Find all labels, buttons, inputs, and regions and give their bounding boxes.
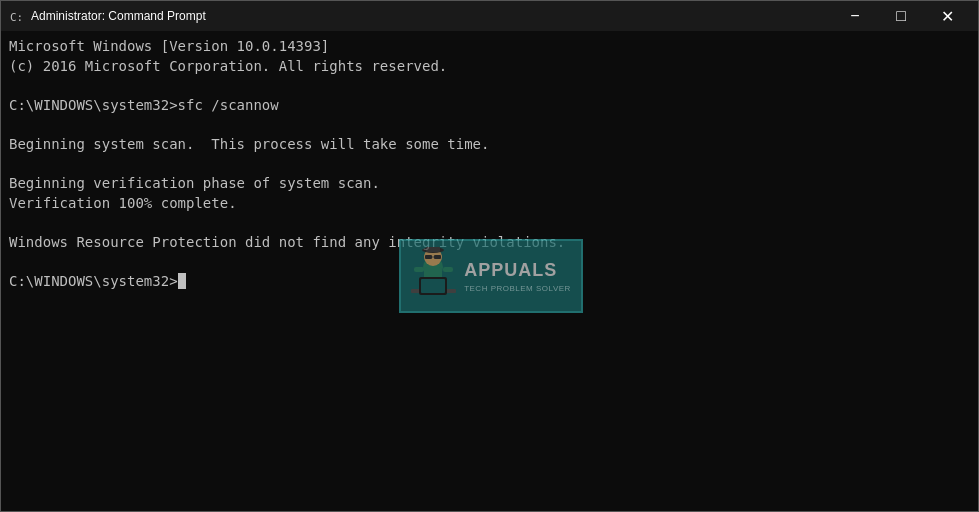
cmd-icon: C: <box>9 8 25 24</box>
console-line-2: (c) 2016 Microsoft Corporation. All righ… <box>9 57 970 77</box>
cursor <box>178 273 186 289</box>
cmd-window: C: Administrator: Command Prompt − □ ✕ M… <box>0 0 979 512</box>
console-area[interactable]: Microsoft Windows [Version 10.0.14393] (… <box>1 31 978 511</box>
console-line-5 <box>9 115 970 135</box>
svg-text:C:: C: <box>10 11 23 24</box>
console-line-8: Beginning verification phase of system s… <box>9 174 970 194</box>
console-line-3 <box>9 76 970 96</box>
window-controls: − □ ✕ <box>832 1 970 31</box>
close-button[interactable]: ✕ <box>924 1 970 31</box>
console-line-4: C:\WINDOWS\system32>sfc /scannow <box>9 96 970 116</box>
title-bar: C: Administrator: Command Prompt − □ ✕ <box>1 1 978 31</box>
console-line-9: Verification 100% complete. <box>9 194 970 214</box>
console-line-11: Windows Resource Protection did not find… <box>9 233 970 253</box>
window-title: Administrator: Command Prompt <box>31 9 832 23</box>
console-prompt-line: C:\WINDOWS\system32> <box>9 272 970 292</box>
console-line-6: Beginning system scan. This process will… <box>9 135 970 155</box>
console-line-10 <box>9 213 970 233</box>
maximize-button[interactable]: □ <box>878 1 924 31</box>
console-line-1: Microsoft Windows [Version 10.0.14393] <box>9 37 970 57</box>
console-line-7 <box>9 155 970 175</box>
console-line-12 <box>9 253 970 273</box>
minimize-button[interactable]: − <box>832 1 878 31</box>
